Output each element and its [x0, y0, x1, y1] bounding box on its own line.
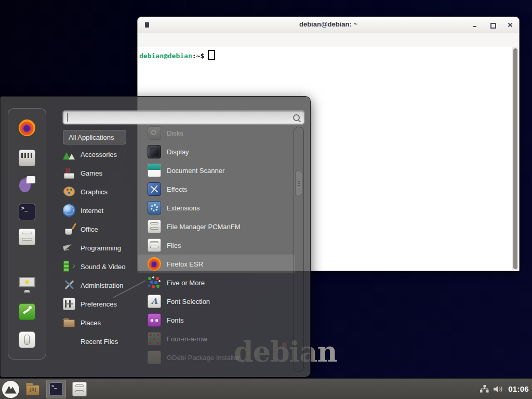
gdebi-icon	[148, 351, 161, 364]
application-item[interactable]: Extensions	[138, 198, 295, 217]
menu-button[interactable]	[2, 381, 19, 398]
search-icon	[293, 114, 300, 121]
search-box	[63, 111, 304, 124]
category-item[interactable]: Preferences	[60, 295, 144, 313]
taskbar-folder-button[interactable]	[23, 380, 43, 398]
category-item[interactable]: Graphics	[60, 182, 144, 201]
application-label: Four-in-a-row	[167, 335, 207, 343]
internet-icon	[63, 204, 75, 217]
application-item[interactable]: Disks	[138, 124, 295, 142]
application-item[interactable]: File Manager PCManFM	[138, 217, 295, 236]
terminal-titlebar[interactable]: debian@debian: ~	[138, 17, 519, 33]
category-label: Sound & Video	[81, 263, 126, 271]
four-in-a-row-icon	[148, 332, 161, 345]
category-item[interactable]: Administration	[60, 276, 144, 295]
category-item[interactable]: Games	[60, 164, 144, 182]
shutdown-icon[interactable]	[19, 331, 35, 348]
network-icon[interactable]	[480, 385, 489, 393]
administration-icon	[63, 279, 75, 291]
document-scanner-icon	[148, 164, 161, 177]
close-button[interactable]	[507, 21, 514, 29]
text-caret	[67, 113, 68, 122]
terminal-window-title: debian@debian: ~	[138, 20, 519, 28]
terminal-scrollbar[interactable]	[512, 47, 518, 270]
category-label: Preferences	[81, 300, 117, 308]
folder-icon	[25, 382, 40, 396]
office-icon	[63, 223, 75, 235]
application-item[interactable]: Fonts	[138, 311, 295, 329]
application-label: Document Scanner	[167, 167, 224, 175]
window-controls	[471, 17, 514, 33]
places-icon	[63, 316, 75, 329]
terminal-scrollbar-thumb[interactable]	[513, 48, 517, 269]
application-menu: All Applications Accessories Games Graph…	[0, 96, 311, 377]
preferences-icon	[63, 298, 75, 310]
all-applications-button[interactable]: All Applications	[63, 130, 126, 144]
application-item[interactable]: Font Selection	[138, 292, 295, 311]
package-manager-icon[interactable]	[19, 150, 35, 166]
terminal-icon[interactable]	[19, 204, 35, 220]
desktop: debian debian@debian: ~ debian@debian:~$	[0, 0, 532, 399]
games-icon	[63, 167, 75, 179]
application-label: Extensions	[167, 204, 200, 212]
category-list: Accessories Games Graphics Internet Offi…	[60, 145, 144, 351]
application-item[interactable]: Four-in-a-row	[138, 329, 295, 348]
taskbar: 01:06	[0, 378, 532, 399]
programming-icon	[63, 242, 75, 254]
volume-icon[interactable]	[494, 385, 503, 393]
log-out-icon[interactable]	[19, 303, 35, 320]
minimize-button[interactable]	[471, 21, 478, 29]
files-icon	[148, 238, 161, 252]
category-label: Office	[81, 225, 98, 233]
category-label: Graphics	[81, 188, 108, 196]
prompt-suffix: :~$	[192, 52, 204, 60]
application-label: Five or More	[167, 279, 205, 287]
firefox-icon[interactable]	[19, 119, 35, 136]
clock[interactable]: 01:06	[508, 384, 529, 393]
category-label: Internet	[81, 207, 103, 215]
category-item[interactable]: Places	[60, 313, 144, 332]
application-item[interactable]: Document Scanner	[138, 161, 295, 180]
menu-scrollbar[interactable]	[294, 127, 304, 372]
prompt-user-host: debian@debian	[139, 52, 192, 60]
taskbar-files-button[interactable]	[70, 380, 89, 398]
terminal-cursor	[208, 50, 215, 60]
category-label: Administration	[81, 282, 123, 289]
menu-scrollbar-thumb[interactable]	[295, 170, 302, 196]
accessories-icon	[63, 148, 75, 161]
application-item[interactable]: Effects	[138, 180, 295, 198]
sound-video-icon	[63, 260, 75, 273]
application-item[interactable]: Display	[138, 142, 295, 161]
menu-favorites-sidebar	[8, 108, 46, 360]
graphics-icon	[63, 185, 75, 198]
taskbar-left	[2, 379, 89, 399]
category-item[interactable]: Sound & Video	[60, 257, 144, 276]
application-item[interactable]: Files	[138, 236, 295, 255]
application-label: Disks	[167, 129, 183, 137]
category-label: Recent Files	[81, 338, 118, 345]
application-item[interactable]: GDebi Package Installer	[138, 348, 295, 367]
category-item[interactable]: Programming	[60, 238, 144, 257]
pidgin-icon[interactable]	[19, 176, 35, 192]
category-item[interactable]: Internet	[60, 201, 144, 220]
category-label: Games	[81, 169, 102, 177]
lock-screen-icon[interactable]	[19, 276, 35, 293]
application-label: File Manager PCManFM	[167, 223, 241, 231]
category-item[interactable]: Office	[60, 220, 144, 238]
extensions-icon	[148, 201, 161, 215]
category-item[interactable]: Accessories	[60, 145, 144, 164]
taskbar-terminal-button[interactable]	[46, 380, 66, 398]
effects-icon	[148, 182, 161, 196]
application-label: GDebi Package Installer	[167, 354, 240, 362]
application-item[interactable]: Firefox ESR	[138, 255, 295, 273]
category-item[interactable]: Recent Files	[60, 332, 144, 351]
application-list: Disks Display Document Scanner Effects E…	[138, 124, 295, 367]
maximize-button[interactable]	[489, 21, 496, 29]
five-or-more-icon	[148, 276, 161, 289]
file-cabinet-icon[interactable]	[19, 229, 35, 245]
taskbar-tray: 01:06	[480, 379, 529, 399]
search-input[interactable]	[63, 111, 304, 124]
application-label: Firefox ESR	[167, 260, 203, 268]
application-label: Effects	[167, 185, 188, 193]
application-item[interactable]: Five or More	[138, 273, 295, 292]
